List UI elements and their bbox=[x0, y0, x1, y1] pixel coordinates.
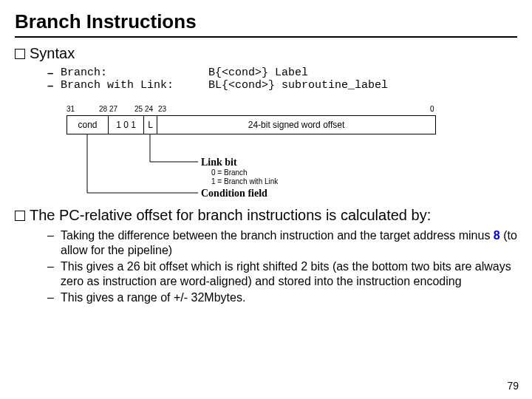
list-item: – Taking the difference between the bran… bbox=[47, 228, 517, 258]
syntax-label: Branch: bbox=[61, 66, 208, 79]
dash-bullet: – bbox=[47, 66, 61, 79]
syntax-label: Branch with Link: bbox=[61, 79, 208, 92]
bit-label: 31 bbox=[66, 105, 75, 113]
annotation-area: Link bit 0 = Branch 1 = Branch with Link… bbox=[66, 134, 517, 202]
syntax-code: BL{<cond>} subroutine_label bbox=[208, 79, 517, 92]
syntax-code: B{<cond>} Label bbox=[208, 66, 517, 79]
bullet-text: This gives a range of +/- 32Mbytes. bbox=[61, 290, 517, 305]
bullet-text: This gives a 26 bit offset which is righ… bbox=[61, 259, 517, 289]
field-offset: 24-bit signed word offset bbox=[157, 116, 435, 134]
bit-label: 28 bbox=[99, 105, 107, 113]
syntax-heading: Syntax bbox=[15, 45, 517, 62]
field-linkbit: L bbox=[144, 116, 157, 134]
linkbit-value-0: 0 = Branch bbox=[211, 168, 278, 177]
linkbit-label: Link bit bbox=[201, 157, 237, 168]
bit-label: 23 bbox=[158, 105, 166, 113]
dash-bullet: – bbox=[47, 79, 61, 92]
bit-label: 27 bbox=[109, 105, 117, 113]
page-title: Branch Instructions bbox=[15, 10, 517, 38]
field-cond: cond bbox=[67, 116, 109, 134]
condfield-label: Condition field bbox=[201, 188, 267, 200]
bit-label: 0 bbox=[430, 105, 434, 113]
field-opcode: 1 0 1 bbox=[109, 116, 144, 134]
linkbit-values: 0 = Branch 1 = Branch with Link bbox=[211, 168, 278, 186]
syntax-heading-text: Syntax bbox=[30, 45, 75, 61]
pcrel-heading: The PC-relative offset for branch instru… bbox=[15, 207, 517, 224]
syntax-block: – Branch: B{<cond>} Label – Branch with … bbox=[47, 66, 517, 92]
bit-label: 25 bbox=[134, 105, 143, 113]
highlight-8: 8 bbox=[494, 229, 500, 242]
bullet-box-icon bbox=[15, 211, 25, 221]
bullet-text: Taking the difference between the branch… bbox=[61, 228, 517, 258]
bit-numbers: 31 28 27 25 24 23 0 bbox=[66, 105, 517, 115]
pcrel-heading-text: The PC-relative offset for branch instru… bbox=[30, 207, 431, 223]
syntax-row: – Branch with Link: BL{<cond>} subroutin… bbox=[47, 79, 517, 92]
dash-bullet: – bbox=[47, 228, 61, 258]
dash-bullet: – bbox=[47, 259, 61, 289]
bullet-box-icon bbox=[15, 49, 25, 59]
linkbit-value-1: 1 = Branch with Link bbox=[211, 177, 278, 186]
list-item: – This gives a range of +/- 32Mbytes. bbox=[47, 290, 517, 305]
page-number: 79 bbox=[507, 380, 519, 392]
text-part: Taking the difference between the branch… bbox=[61, 229, 494, 242]
bit-label: 24 bbox=[145, 105, 153, 113]
encoding-row: cond 1 0 1 L 24-bit signed word offset bbox=[66, 115, 436, 134]
list-item: – This gives a 26 bit offset which is ri… bbox=[47, 259, 517, 289]
pcrel-bullets: – Taking the difference between the bran… bbox=[47, 228, 517, 305]
dash-bullet: – bbox=[47, 290, 61, 305]
instruction-diagram: 31 28 27 25 24 23 0 cond 1 0 1 L 24-bit … bbox=[66, 105, 517, 202]
syntax-row: – Branch: B{<cond>} Label bbox=[47, 66, 517, 79]
